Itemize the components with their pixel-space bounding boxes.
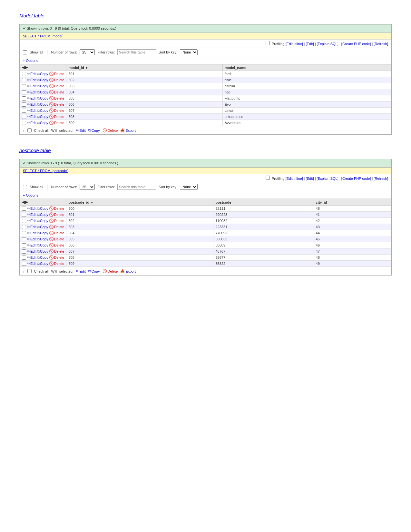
postcode-row-edit[interactable]: ✏ Edit [27, 243, 36, 247]
model-th-model-name[interactable]: model_name [222, 64, 391, 71]
model-create-php-link[interactable]: [Create PHP code] [341, 42, 371, 46]
postcode-row-copy[interactable]: ⧉ Copy [37, 249, 48, 254]
postcode-edit-link[interactable]: [Edit] [306, 177, 314, 180]
model-sort-select[interactable]: None [180, 49, 198, 55]
model-row-checkbox[interactable] [22, 72, 26, 76]
postcode-table-title[interactable]: postcode table [19, 148, 392, 153]
model-row-edit[interactable]: ✏ Edit [27, 114, 36, 119]
model-nav-right[interactable]: ▶ [25, 65, 28, 70]
postcode-show-all-checkbox[interactable] [23, 185, 27, 189]
postcode-options-bar[interactable]: + Options [20, 192, 391, 199]
model-row-checkbox[interactable] [22, 109, 26, 113]
postcode-row-edit[interactable]: ✏ Edit [27, 206, 36, 211]
postcode-row-delete[interactable]: 🚫 Delete [49, 218, 64, 223]
model-row-copy[interactable]: ⧉ Copy [37, 121, 48, 125]
postcode-sort-select[interactable]: None [180, 184, 198, 190]
postcode-row-edit[interactable]: ✏ Edit [27, 237, 36, 241]
postcode-row-delete[interactable]: 🚫 Delete [49, 231, 64, 235]
model-arrow-up[interactable]: ↑ [23, 129, 25, 132]
postcode-row-delete[interactable]: 🚫 Delete [49, 212, 64, 217]
model-row-checkbox[interactable] [22, 84, 26, 88]
postcode-row-delete[interactable]: 🚫 Delete [49, 255, 64, 260]
model-row-delete[interactable]: 🚫 Delete [49, 72, 64, 76]
postcode-refresh-link[interactable]: [Refresh] [374, 177, 388, 180]
postcode-bottom-export[interactable]: 📤 Export [120, 269, 136, 273]
model-row-checkbox[interactable] [22, 121, 26, 125]
postcode-nav-left[interactable]: ◀ [22, 200, 24, 204]
model-row-edit[interactable]: ✏ Edit [27, 102, 36, 107]
model-profiling-checkbox[interactable] [266, 41, 270, 45]
postcode-row-copy[interactable]: ⧉ Copy [37, 219, 48, 223]
model-row-delete[interactable]: 🚫 Delete [49, 78, 64, 82]
model-nav-left[interactable]: ◀ [22, 65, 24, 70]
model-row-edit[interactable]: ✏ Edit [27, 121, 36, 125]
postcode-sql-link[interactable]: SELECT * FROM `postcode` [23, 169, 68, 173]
model-row-edit[interactable]: ✏ Edit [27, 108, 36, 113]
model-edit-inline-link[interactable]: [Edit inline] [286, 42, 303, 46]
postcode-row-edit[interactable]: ✏ Edit [27, 218, 36, 223]
postcode-row-checkbox[interactable] [22, 262, 26, 266]
postcode-explain-sql-link[interactable]: [Explain SQL] [317, 177, 338, 180]
model-check-all-checkbox[interactable] [27, 128, 32, 132]
postcode-row-edit[interactable]: ✏ Edit [27, 212, 36, 217]
postcode-row-copy[interactable]: ⧉ Copy [37, 256, 48, 260]
model-row-edit[interactable]: ✏ Edit [27, 78, 36, 82]
model-th-model-id[interactable]: model_id ▼ [66, 64, 222, 71]
model-row-edit[interactable]: ✏ Edit [27, 84, 36, 88]
model-row-delete[interactable]: 🚫 Delete [49, 90, 64, 94]
model-row-copy[interactable]: ⧉ Copy [37, 102, 48, 107]
postcode-row-delete[interactable]: 🚫 Delete [49, 225, 64, 229]
model-row-checkbox[interactable] [22, 90, 26, 94]
postcode-row-checkbox[interactable] [22, 256, 26, 260]
postcode-row-delete[interactable]: 🚫 Delete [49, 206, 64, 211]
model-show-all-checkbox[interactable] [23, 50, 27, 54]
postcode-row-checkbox[interactable] [22, 213, 26, 217]
model-row-checkbox[interactable] [22, 96, 26, 101]
postcode-row-copy[interactable]: ⧉ Copy [37, 237, 48, 241]
model-bottom-delete[interactable]: 🚫 Delete [103, 128, 118, 132]
model-search-input[interactable] [117, 49, 156, 55]
postcode-row-edit[interactable]: ✏ Edit [27, 261, 36, 266]
postcode-arrow-up[interactable]: ↑ [23, 269, 25, 273]
postcode-create-php-link[interactable]: [Create PHP code] [341, 177, 371, 180]
postcode-row-edit[interactable]: ✏ Edit [27, 225, 36, 229]
postcode-row-checkbox[interactable] [22, 207, 26, 211]
postcode-rows-count-select[interactable]: 25 50 100 [80, 184, 95, 190]
postcode-bottom-edit[interactable]: ✏ Edit [76, 269, 86, 273]
postcode-row-copy[interactable]: ⧉ Copy [37, 207, 48, 211]
postcode-row-checkbox[interactable] [22, 231, 26, 235]
postcode-sort-arrow[interactable]: ▼ [90, 201, 93, 204]
model-row-delete[interactable]: 🚫 Delete [49, 121, 64, 125]
model-rows-count-select[interactable]: 25 50 100 [80, 49, 95, 55]
model-row-copy[interactable]: ⧉ Copy [37, 109, 48, 113]
postcode-row-edit[interactable]: ✏ Edit [27, 231, 36, 235]
postcode-bottom-delete[interactable]: 🚫 Delete [103, 269, 118, 273]
model-bottom-export[interactable]: 📤 Export [120, 128, 136, 132]
postcode-check-all-checkbox[interactable] [27, 269, 32, 273]
postcode-row-edit[interactable]: ✏ Edit [27, 249, 36, 254]
postcode-row-checkbox[interactable] [22, 219, 26, 223]
postcode-row-delete[interactable]: 🚫 Delete [49, 261, 64, 266]
model-explain-sql-link[interactable]: [Explain SQL] [317, 42, 338, 46]
postcode-row-copy[interactable]: ⧉ Copy [37, 231, 48, 235]
model-row-delete[interactable]: 🚫 Delete [49, 108, 64, 113]
model-refresh-link[interactable]: [Refresh] [374, 42, 388, 46]
postcode-row-copy[interactable]: ⧉ Copy [37, 243, 48, 247]
model-row-delete[interactable]: 🚫 Delete [49, 114, 64, 119]
model-edit-link[interactable]: [Edit] [306, 42, 314, 46]
model-row-copy[interactable]: ⧉ Copy [37, 78, 48, 82]
postcode-row-checkbox[interactable] [22, 237, 26, 241]
model-sql-link[interactable]: SELECT * FROM `model` [23, 34, 64, 38]
postcode-row-checkbox[interactable] [22, 225, 26, 229]
model-row-checkbox[interactable] [22, 115, 26, 119]
postcode-row-copy[interactable]: ⧉ Copy [37, 225, 48, 229]
postcode-row-checkbox[interactable] [22, 243, 26, 247]
model-row-delete[interactable]: 🚫 Delete [49, 84, 64, 88]
postcode-search-input[interactable] [117, 184, 156, 190]
postcode-row-checkbox[interactable] [22, 249, 26, 254]
postcode-th-city-id[interactable]: city_id [314, 199, 391, 206]
model-row-delete[interactable]: 🚫 Delete [49, 96, 64, 101]
model-row-copy[interactable]: ⧉ Copy [37, 84, 48, 88]
model-row-edit[interactable]: ✏ Edit [27, 72, 36, 76]
postcode-row-copy[interactable]: ⧉ Copy [37, 213, 48, 217]
